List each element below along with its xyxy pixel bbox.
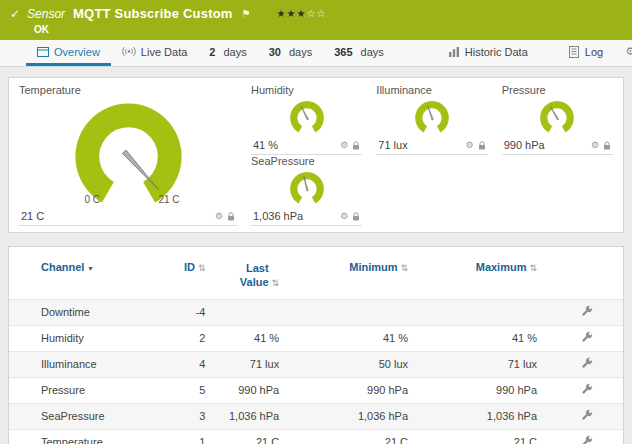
channel-name: Humidity <box>9 325 156 351</box>
table-row: Illuminance 4 71 lux 50 lux 71 lux <box>9 351 623 377</box>
gauge-label: SeaPressure <box>251 155 362 168</box>
tab-historic-data[interactable]: Historic Data <box>437 40 539 66</box>
channels-table-panel: Channel▾ ID⇅ Last Value⇅ Minimum⇅ Maximu… <box>8 246 624 444</box>
table-row: Temperature 1 21 C 21 C 21 C <box>9 429 623 444</box>
gauge-illuminance: Illuminance 71 lux ⚙ <box>376 84 487 155</box>
channel-minimum: 990 hPa <box>279 377 408 403</box>
gauge-lock-icon[interactable] <box>352 141 360 150</box>
humidity-gauge[interactable] <box>287 98 327 135</box>
column-header-channel[interactable]: Channel▾ <box>9 259 156 299</box>
main-content: Temperature 0 C 21 C 21 C ⚙ <box>0 67 632 444</box>
tab-bar: Overview Live Data 2 days 30 days 365 da… <box>0 40 632 67</box>
channel-minimum: 41 % <box>279 325 408 351</box>
tab-label: Historic Data <box>465 46 528 58</box>
sort-icon[interactable]: ⇅ <box>401 263 409 273</box>
tab-label-number: 365 <box>334 46 352 58</box>
gauge-lock-icon[interactable] <box>352 212 360 221</box>
gauge-lock-icon[interactable] <box>227 212 235 221</box>
column-label: Minimum <box>349 261 397 273</box>
object-kind-label: Sensor <box>27 7 65 21</box>
pressure-gauge[interactable] <box>537 98 577 135</box>
gauge-pressure: Pressure 990 hPa ⚙ <box>502 84 613 155</box>
tab-30-days[interactable]: 30 days <box>258 40 324 66</box>
tab-log[interactable]: Log <box>557 40 614 66</box>
flag-icon[interactable]: ⚑ <box>242 8 251 19</box>
stars-filled: ★★★ <box>277 8 307 19</box>
gauge-settings-gear-icon[interactable]: ⚙ <box>591 140 599 150</box>
channels-table: Channel▾ ID⇅ Last Value⇅ Minimum⇅ Maximu… <box>9 259 623 444</box>
temperature-gauge[interactable]: 0 C 21 C <box>69 97 188 205</box>
seapressure-gauge[interactable] <box>287 169 327 206</box>
channel-name: Pressure <box>9 377 156 403</box>
tab-label: days <box>223 46 246 58</box>
stars-empty: ☆☆ <box>306 8 326 19</box>
channel-maximum: 71 lux <box>408 351 537 377</box>
channel-last-value <box>205 299 279 325</box>
sensor-status-badge: OK <box>34 24 622 35</box>
gauge-lock-icon[interactable] <box>603 141 611 150</box>
tab-365-days[interactable]: 365 days <box>323 40 395 66</box>
channel-settings-wrench-icon[interactable] <box>580 383 593 396</box>
channel-settings-wrench-icon[interactable] <box>580 305 593 318</box>
channel-id: 3 <box>156 403 205 429</box>
channel-last-value: 21 C <box>205 429 279 444</box>
tab-overview[interactable]: Overview <box>26 40 111 66</box>
sort-icon[interactable]: ⇅ <box>272 278 280 288</box>
gauge-lock-icon[interactable] <box>478 141 486 150</box>
column-header-minimum[interactable]: Minimum⇅ <box>279 259 408 299</box>
tab-label: days <box>361 46 384 58</box>
gauge-value: 990 hPa <box>504 139 545 151</box>
channel-settings-wrench-icon[interactable] <box>580 409 593 422</box>
tab-2-days[interactable]: 2 days <box>198 40 257 66</box>
prtg-sensor-page: ✓ Sensor MQTT Subscribe Custom ⚑ ★★★☆☆ O… <box>0 0 632 444</box>
tab-label-number: 2 <box>209 46 215 58</box>
gauge-settings-gear-icon[interactable]: ⚙ <box>340 211 348 221</box>
column-label: Last Value <box>235 261 269 290</box>
channel-last-value: 41 % <box>205 325 279 351</box>
column-header-id[interactable]: ID⇅ <box>156 259 205 299</box>
settings-gear-icon: ⚙ <box>625 46 632 57</box>
channel-settings-wrench-icon[interactable] <box>580 357 593 370</box>
sort-icon[interactable]: ⇅ <box>529 263 537 273</box>
gauge-value: 41 % <box>253 139 278 151</box>
channel-maximum: 41 % <box>408 325 537 351</box>
gauge-temperature: Temperature 0 C 21 C 21 C ⚙ <box>19 84 237 226</box>
gauge-scale-min: 0 C <box>85 194 101 205</box>
channel-settings-wrench-icon[interactable] <box>580 331 593 344</box>
tab-live-data[interactable]: Live Data <box>111 40 198 66</box>
channel-id: 2 <box>156 325 205 351</box>
table-header-row: Channel▾ ID⇅ Last Value⇅ Minimum⇅ Maximu… <box>9 259 623 299</box>
column-label: Maximum <box>476 261 527 273</box>
channel-settings-wrench-icon[interactable] <box>580 435 593 444</box>
gauge-value: 1,036 hPa <box>253 210 303 222</box>
sensor-title: MQTT Subscribe Custom <box>73 6 233 21</box>
column-header-tools <box>537 259 623 299</box>
column-header-last-value[interactable]: Last Value⇅ <box>205 259 279 299</box>
channel-last-value: 1,036 hPa <box>205 403 279 429</box>
sensor-header: ✓ Sensor MQTT Subscribe Custom ⚑ ★★★☆☆ O… <box>0 0 632 40</box>
channel-last-value: 990 hPa <box>205 377 279 403</box>
channel-filter-dropdown-icon[interactable]: ▾ <box>88 264 92 273</box>
priority-stars[interactable]: ★★★☆☆ <box>277 8 327 19</box>
empty-gauge-cell <box>376 155 487 226</box>
gauge-label: Humidity <box>251 84 362 97</box>
historic-data-icon <box>448 46 460 58</box>
tab-settings[interactable]: ⚙ Settings <box>614 40 632 66</box>
column-header-maximum[interactable]: Maximum⇅ <box>408 259 537 299</box>
gauge-settings-gear-icon[interactable]: ⚙ <box>340 140 348 150</box>
table-row: Humidity 2 41 % 41 % 41 % <box>9 325 623 351</box>
log-icon <box>568 46 580 58</box>
sort-icon[interactable]: ⇅ <box>198 263 206 273</box>
gauge-humidity: Humidity 41 % ⚙ <box>251 84 362 155</box>
column-label: Channel <box>41 261 84 273</box>
illuminance-gauge[interactable] <box>412 98 452 135</box>
gauge-value: 21 C <box>21 210 44 222</box>
gauge-label: Temperature <box>19 84 237 97</box>
channel-last-value: 71 lux <box>205 351 279 377</box>
channel-maximum: 21 C <box>408 429 537 444</box>
gauge-settings-gear-icon[interactable]: ⚙ <box>466 140 474 150</box>
gauge-settings-gear-icon[interactable]: ⚙ <box>215 211 223 221</box>
channel-id: 5 <box>156 377 205 403</box>
channel-name: Illuminance <box>9 351 156 377</box>
tab-label: Live Data <box>141 46 187 58</box>
